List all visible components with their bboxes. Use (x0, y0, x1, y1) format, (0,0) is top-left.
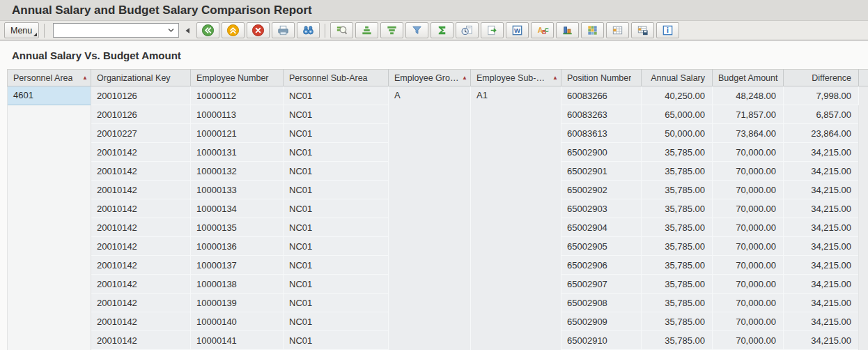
cell-personnel-sub-area[interactable]: NC01 (284, 275, 389, 294)
collapse-toolbar-icon[interactable] (185, 27, 190, 34)
graphic-button[interactable] (556, 22, 579, 38)
cell-personnel-sub-area[interactable]: NC01 (284, 143, 389, 162)
cell-budget-amount[interactable]: 70,000.00 (713, 331, 784, 350)
cell-personnel-sub-area[interactable]: NC01 (284, 199, 389, 218)
cell-position-number[interactable]: 60083266 (561, 86, 642, 105)
cell-budget-amount[interactable]: 48,248.00 (713, 86, 784, 105)
cell-difference[interactable]: 34,215.00 (784, 218, 859, 237)
cell-difference[interactable]: 7,998.00 (784, 86, 859, 105)
cell-employee-number[interactable]: 10000134 (191, 199, 284, 218)
cell-annual-salary[interactable]: 65,000.00 (642, 105, 713, 124)
cell-employee-number[interactable]: 10000121 (191, 124, 284, 143)
cell-personnel-sub-area[interactable]: NC01 (284, 181, 389, 199)
cell-org-key[interactable]: 20010142 (91, 143, 191, 162)
cell-position-number[interactable]: 65002904 (561, 218, 642, 237)
cell-budget-amount[interactable]: 70,000.00 (713, 294, 784, 312)
cell-org-key[interactable]: 20010142 (91, 331, 191, 350)
cell-employee-number[interactable]: 10000140 (191, 312, 284, 331)
cell-org-key[interactable]: 20010142 (91, 199, 191, 218)
cell-annual-salary[interactable]: 35,785.00 (642, 218, 713, 237)
exit-button[interactable] (222, 22, 245, 38)
cell-budget-amount[interactable]: 70,000.00 (713, 218, 784, 237)
cell-org-key[interactable]: 20010227 (91, 124, 191, 143)
cell-position-number[interactable]: 65002901 (561, 162, 642, 181)
details-button[interactable] (330, 22, 353, 38)
cancel-button[interactable] (247, 22, 270, 38)
cell-annual-salary[interactable]: 35,785.00 (642, 181, 713, 199)
column-header-position-number[interactable]: Position Number (561, 70, 642, 86)
selected-cell[interactable]: 4601 (8, 86, 91, 105)
cell-annual-salary[interactable]: 35,785.00 (642, 275, 713, 294)
save-layout-button[interactable] (631, 22, 654, 38)
display-times-button[interactable] (456, 22, 479, 38)
cell-employee-number[interactable]: 10000133 (191, 181, 284, 199)
cell-personnel-sub-area[interactable]: NC01 (284, 86, 389, 105)
cell-org-key[interactable]: 20010126 (91, 105, 191, 124)
cell-employee-number[interactable]: 10000132 (191, 162, 284, 181)
cell-employee-number[interactable]: 10000131 (191, 143, 284, 162)
cell-difference[interactable]: 34,215.00 (784, 143, 859, 162)
cell-budget-amount[interactable]: 70,000.00 (713, 237, 784, 256)
cell-personnel-sub-area[interactable]: NC01 (284, 218, 389, 237)
filter-button[interactable] (405, 22, 428, 38)
cell-position-number[interactable]: 65002900 (561, 143, 642, 162)
cell-personnel-sub-area[interactable]: NC01 (284, 124, 389, 143)
cell-personnel-area-merged[interactable]: 4601 (8, 86, 91, 350)
cell-budget-amount[interactable]: 70,000.00 (713, 256, 784, 275)
column-header-annual-salary[interactable]: Annual Salary (642, 70, 713, 86)
cell-employee-number[interactable]: 10000113 (191, 105, 284, 124)
back-button[interactable] (196, 22, 219, 38)
cell-org-key[interactable]: 20010142 (91, 237, 191, 256)
cell-difference[interactable]: 34,215.00 (784, 294, 859, 312)
cell-position-number[interactable]: 65002903 (561, 199, 642, 218)
cell-employee-number[interactable]: 10000141 (191, 331, 284, 350)
cell-difference[interactable]: 34,215.00 (784, 181, 859, 199)
cell-difference[interactable]: 6,857.00 (784, 105, 859, 124)
cell-annual-salary[interactable]: 35,785.00 (642, 237, 713, 256)
find-button[interactable] (297, 22, 320, 38)
cell-personnel-sub-area[interactable]: NC01 (284, 237, 389, 256)
command-field[interactable] (53, 23, 179, 38)
sort-ascending-button[interactable] (355, 22, 378, 38)
cell-position-number[interactable]: 65002908 (561, 294, 642, 312)
cell-difference[interactable]: 34,215.00 (784, 275, 859, 294)
cell-personnel-sub-area[interactable]: NC01 (284, 331, 389, 350)
column-header-organizational-key[interactable]: Organizational Key (91, 70, 191, 86)
cell-budget-amount[interactable]: 71,857.00 (713, 105, 784, 124)
column-header-personnel-area[interactable]: Personnel Area▲ (8, 70, 91, 86)
cell-budget-amount[interactable]: 70,000.00 (713, 199, 784, 218)
cell-budget-amount[interactable]: 70,000.00 (713, 181, 784, 199)
cell-employee-group-merged[interactable]: A (389, 86, 471, 350)
cell-annual-salary[interactable]: 35,785.00 (642, 331, 713, 350)
cell-personnel-sub-area[interactable]: NC01 (284, 162, 389, 181)
cell-org-key[interactable]: 20010142 (91, 218, 191, 237)
info-button[interactable]: i (656, 22, 679, 38)
export-button[interactable] (481, 22, 504, 38)
cell-position-number[interactable]: 65002910 (561, 331, 642, 350)
column-header-difference[interactable]: Difference (784, 70, 859, 86)
cell-employee-number[interactable]: 10000137 (191, 256, 284, 275)
cell-annual-salary[interactable]: 35,785.00 (642, 199, 713, 218)
cell-org-key[interactable]: 20010142 (91, 275, 191, 294)
cell-employee-number[interactable]: 10000136 (191, 237, 284, 256)
menu-button[interactable]: Menu (4, 22, 39, 38)
cell-difference[interactable]: 34,215.00 (784, 312, 859, 331)
cell-personnel-sub-area[interactable]: NC01 (284, 312, 389, 331)
cell-annual-salary[interactable]: 35,785.00 (642, 312, 713, 331)
sum-button[interactable] (431, 22, 454, 38)
sort-descending-button[interactable] (380, 22, 403, 38)
column-header-employee-sub-group[interactable]: Employee Sub-Gr...▲ (471, 70, 561, 86)
cell-employee-sub-group-merged[interactable]: A1 (471, 86, 561, 350)
change-layout-button[interactable] (581, 22, 604, 38)
cell-employee-number[interactable]: 10000138 (191, 275, 284, 294)
cell-annual-salary[interactable]: 40,250.00 (642, 86, 713, 105)
cell-employee-number[interactable]: 10000139 (191, 294, 284, 312)
cell-position-number[interactable]: 65002902 (561, 181, 642, 199)
cell-budget-amount[interactable]: 70,000.00 (713, 312, 784, 331)
cell-budget-amount[interactable]: 70,000.00 (713, 162, 784, 181)
column-header-employee-number[interactable]: Employee Number (191, 70, 284, 86)
cell-org-key[interactable]: 20010142 (91, 312, 191, 331)
cell-position-number[interactable]: 65002907 (561, 275, 642, 294)
cell-annual-salary[interactable]: 35,785.00 (642, 143, 713, 162)
cell-org-key[interactable]: 20010142 (91, 181, 191, 199)
